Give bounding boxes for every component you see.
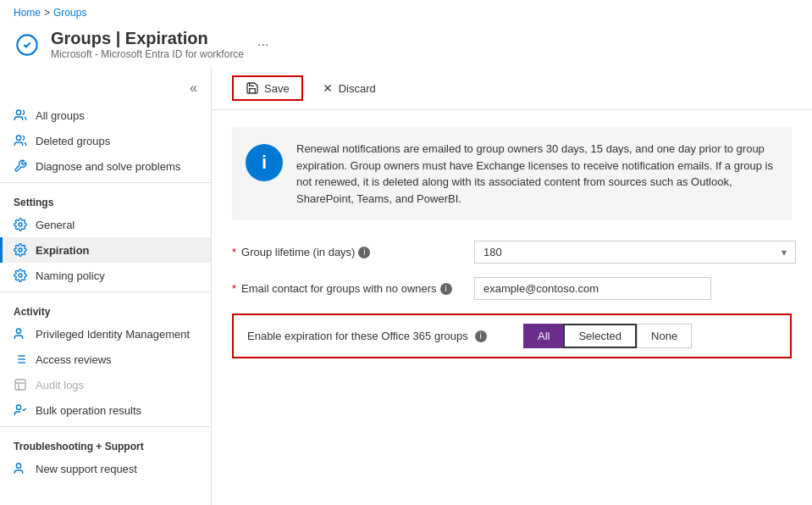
discard-icon [322, 82, 334, 94]
discard-label: Discard [339, 82, 376, 95]
access-reviews-icon [14, 352, 27, 366]
save-button[interactable]: Save [232, 75, 303, 101]
activity-section-label: Activity [0, 296, 211, 321]
wrench-icon [14, 159, 27, 173]
sidebar-item-access-reviews[interactable]: Access reviews [0, 347, 211, 372]
sidebar-item-diagnose[interactable]: Diagnose and solve problems [0, 153, 211, 179]
breadcrumb-groups[interactable]: Groups [53, 7, 86, 19]
office365-expiration-label: Enable expiration for these Office 365 g… [247, 330, 510, 342]
sidebar-label-access-reviews: Access reviews [36, 353, 112, 366]
deleted-groups-icon [14, 134, 27, 147]
info-icon: i [246, 144, 283, 181]
gear-icon-general [14, 218, 27, 231]
bulk-results-icon [14, 403, 27, 417]
sidebar-label-expiration: Expiration [36, 244, 90, 257]
email-input[interactable] [474, 277, 711, 300]
breadcrumb-separator: > [44, 7, 50, 19]
audit-logs-icon [14, 378, 27, 391]
sidebar-divider-1 [0, 182, 211, 183]
content-area: Save Discard i Renewal notifications are… [212, 67, 812, 505]
sidebar: « All groups Deleted groups Diagnose and… [0, 67, 212, 505]
toggle-group: All Selected None [523, 324, 692, 348]
sidebar-divider-2 [0, 291, 211, 292]
svg-rect-13 [15, 380, 25, 390]
svg-point-3 [19, 223, 22, 226]
breadcrumb-home[interactable]: Home [14, 7, 41, 19]
save-icon [246, 81, 259, 95]
svg-point-4 [19, 248, 22, 252]
sidebar-item-all-groups[interactable]: All groups [0, 103, 211, 128]
sidebar-item-pim[interactable]: Privileged Identity Management [0, 321, 211, 347]
required-star-2: * [232, 282, 236, 295]
content-body: i Renewal notifications are emailed to g… [212, 110, 812, 389]
sidebar-divider-3 [0, 426, 211, 427]
sidebar-item-audit-logs[interactable]: Audit logs [0, 372, 211, 397]
email-contact-label: * Email contact for groups with no owner… [232, 282, 461, 295]
support-icon [14, 462, 27, 475]
svg-point-16 [16, 405, 20, 409]
sidebar-label-pim: Privileged Identity Management [36, 328, 190, 341]
info-text: Renewal notifications are emailed to gro… [296, 141, 778, 207]
sidebar-label-general: General [36, 219, 75, 231]
gear-icon-expiration [14, 243, 27, 257]
lifetime-info-icon[interactable]: i [358, 247, 370, 258]
sidebar-item-bulk-results[interactable]: Bulk operation results [0, 397, 211, 423]
sidebar-label-audit-logs: Audit logs [36, 379, 84, 391]
sidebar-label-new-support: New support request [36, 463, 137, 475]
breadcrumb: Home > Groups [0, 0, 812, 25]
sidebar-item-deleted-groups[interactable]: Deleted groups [0, 128, 211, 153]
more-options-icon[interactable]: ··· [257, 37, 268, 53]
svg-point-6 [16, 329, 20, 333]
pim-icon [14, 327, 27, 341]
sidebar-label-bulk-results: Bulk operation results [36, 404, 141, 417]
sidebar-item-expiration[interactable]: Expiration [0, 237, 211, 263]
gear-icon-naming [14, 269, 27, 282]
dropdown-arrow-icon: ▾ [782, 247, 787, 258]
group-lifetime-label: * Group lifetime (in days) i [232, 246, 461, 258]
svg-point-1 [16, 110, 20, 114]
sidebar-label-deleted-groups: Deleted groups [36, 135, 110, 147]
lifetime-value: 180 [483, 246, 502, 258]
svg-point-2 [16, 136, 20, 140]
page-header: Groups | Expiration Microsoft - Microsof… [0, 25, 812, 67]
email-contact-row: * Email contact for groups with no owner… [232, 277, 792, 300]
info-box: i Renewal notifications are emailed to g… [232, 127, 792, 220]
page-icon [14, 31, 41, 58]
sidebar-item-general[interactable]: General [0, 212, 211, 237]
lifetime-dropdown[interactable]: 180 ▾ [474, 241, 796, 264]
sidebar-item-naming-policy[interactable]: Naming policy [0, 263, 211, 288]
required-star-1: * [232, 246, 236, 258]
settings-section-label: Settings [0, 186, 211, 212]
toggle-none-button[interactable]: None [637, 324, 692, 348]
troubleshoot-section-label: Troubleshooting + Support [0, 430, 211, 456]
people-icon [14, 108, 27, 122]
page-title: Groups | Expiration [51, 29, 244, 48]
toggle-all-button[interactable]: All [523, 324, 563, 348]
email-info-icon[interactable]: i [440, 283, 452, 295]
sidebar-item-new-support[interactable]: New support request [0, 456, 211, 481]
sidebar-label-naming-policy: Naming policy [36, 269, 105, 282]
sidebar-collapse-button[interactable]: « [183, 77, 204, 99]
discard-button[interactable]: Discard [310, 78, 388, 99]
office365-info-icon[interactable]: i [475, 330, 487, 342]
svg-point-17 [16, 463, 20, 468]
office365-expiration-row: Enable expiration for these Office 365 g… [232, 314, 792, 358]
sidebar-label-all-groups: All groups [36, 109, 85, 122]
toolbar: Save Discard [212, 67, 812, 110]
toggle-selected-button[interactable]: Selected [563, 324, 637, 348]
page-subtitle: Microsoft - Microsoft Entra ID for workf… [51, 48, 244, 60]
sidebar-label-diagnose: Diagnose and solve problems [36, 160, 180, 173]
group-lifetime-row: * Group lifetime (in days) i 180 ▾ [232, 241, 792, 264]
svg-point-5 [19, 274, 22, 277]
save-label: Save [264, 82, 290, 95]
